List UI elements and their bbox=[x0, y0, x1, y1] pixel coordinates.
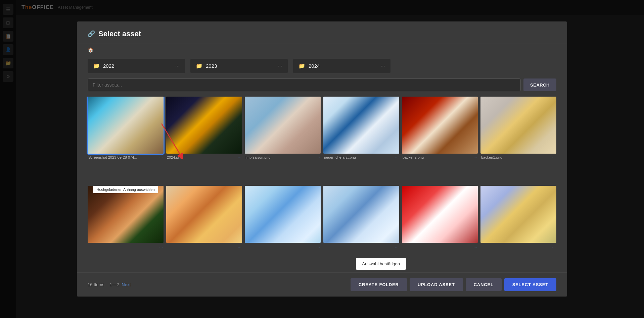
footer-actions: CREATE FOLDER UPLOAD ASSET CANCEL SELECT… bbox=[351, 278, 556, 291]
asset-item-0[interactable]: Screenshot 2023-09-28 074... ··· Hochgel… bbox=[88, 97, 164, 183]
asset-item-4[interactable]: backen2.png ··· bbox=[402, 97, 478, 183]
asset-item-1[interactable]: 2024.png ··· bbox=[166, 97, 242, 183]
asset-thumb-3 bbox=[323, 97, 399, 154]
search-input[interactable] bbox=[88, 78, 521, 91]
create-folder-button[interactable]: CREATE FOLDER bbox=[351, 278, 407, 291]
asset-item-3[interactable]: neuer_chefarzt.png ··· bbox=[323, 97, 399, 183]
asset-thumb-6 bbox=[88, 186, 164, 243]
folder-icon-2022: 📁 bbox=[93, 63, 100, 69]
asset-more-5[interactable]: ··· bbox=[551, 155, 556, 160]
asset-item-7[interactable]: ··· bbox=[166, 186, 242, 272]
footer-info: 16 Items 1—2 Next bbox=[88, 282, 131, 287]
folder-card-2023[interactable]: 📁 2023 ··· bbox=[190, 59, 288, 73]
asset-thumb-4 bbox=[402, 97, 478, 154]
folder-icon-2023: 📁 bbox=[196, 63, 202, 69]
asset-item-11[interactable]: ··· bbox=[480, 186, 556, 272]
asset-more-7[interactable]: ··· bbox=[236, 244, 241, 249]
asset-item-9[interactable]: ··· bbox=[323, 186, 399, 272]
asset-more-10[interactable]: ··· bbox=[472, 244, 477, 249]
asset-more-9[interactable]: ··· bbox=[394, 244, 399, 249]
folder-name-2023: 2023 bbox=[206, 63, 275, 69]
asset-label-3: neuer_chefarzt.png ··· bbox=[323, 154, 399, 160]
asset-label-5: backen1.png ··· bbox=[480, 154, 556, 160]
asset-more-1[interactable]: ··· bbox=[236, 155, 241, 160]
asset-thumb-8 bbox=[245, 186, 321, 243]
home-icon[interactable]: 🏠 bbox=[88, 47, 93, 53]
modal-title: Select asset bbox=[98, 30, 141, 38]
search-button[interactable]: SEARCH bbox=[523, 78, 556, 91]
asset-thumb-5 bbox=[480, 97, 556, 154]
pagination: 1—2 Next bbox=[110, 282, 131, 287]
asset-label-6: ··· bbox=[88, 243, 164, 249]
asset-item-6[interactable]: ··· bbox=[88, 186, 164, 272]
folder-icon-2024: 📁 bbox=[298, 63, 305, 69]
asset-thumb-9 bbox=[323, 186, 399, 243]
asset-thumb-10 bbox=[402, 186, 478, 243]
asset-label-9: ··· bbox=[323, 243, 399, 249]
asset-name-4: backen2.png bbox=[403, 155, 472, 159]
link-icon: 🔗 bbox=[88, 30, 95, 38]
folder-card-2022[interactable]: 📁 2022 ··· bbox=[88, 59, 185, 73]
asset-name-5: backen1.png bbox=[481, 155, 551, 159]
asset-label-8: ··· bbox=[245, 243, 321, 249]
folder-name-2022: 2022 bbox=[103, 63, 172, 69]
select-asset-button[interactable]: SELECT ASSET bbox=[504, 278, 556, 291]
folder-more-2022[interactable]: ··· bbox=[175, 63, 180, 69]
modal-header: 🔗 Select asset bbox=[77, 21, 567, 44]
asset-more-6[interactable]: ··· bbox=[158, 244, 163, 249]
next-page-link[interactable]: Next bbox=[122, 282, 131, 287]
cancel-button[interactable]: CANCEL bbox=[466, 278, 502, 291]
folder-more-2024[interactable]: ··· bbox=[381, 63, 385, 69]
asset-thumb-7 bbox=[166, 186, 242, 243]
asset-more-3[interactable]: ··· bbox=[394, 155, 399, 160]
asset-more-4[interactable]: ··· bbox=[472, 155, 477, 160]
asset-label-1: 2024.png ··· bbox=[166, 154, 242, 160]
breadcrumb: 🏠 bbox=[77, 44, 567, 56]
page-range: 1—2 bbox=[110, 282, 119, 287]
asset-item-10[interactable]: ··· bbox=[402, 186, 478, 272]
asset-name-2: Impfsaison.png bbox=[245, 155, 315, 159]
asset-thumb-0 bbox=[88, 97, 164, 154]
asset-label-11: ··· bbox=[480, 243, 556, 249]
folder-card-2024[interactable]: 📁 2024 ··· bbox=[293, 59, 390, 73]
asset-name-0: Screenshot 2023-09-28 074... bbox=[88, 155, 158, 159]
asset-thumb-1 bbox=[166, 97, 242, 154]
upload-asset-button[interactable]: UPLOAD ASSET bbox=[410, 278, 463, 291]
asset-thumb-2 bbox=[245, 97, 321, 154]
asset-label-2: Impfsaison.png ··· bbox=[245, 154, 321, 160]
folders-row: 📁 2022 ··· 📁 2023 ··· 📁 2024 ··· bbox=[77, 56, 567, 78]
asset-label-10: ··· bbox=[402, 243, 478, 249]
search-bar: SEARCH bbox=[77, 78, 567, 97]
asset-name-1: 2024.png bbox=[167, 155, 236, 159]
asset-more-11[interactable]: ··· bbox=[551, 244, 556, 249]
asset-label-0: Screenshot 2023-09-28 074... ··· bbox=[88, 154, 164, 160]
asset-more-2[interactable]: ··· bbox=[315, 155, 320, 160]
asset-more-8[interactable]: ··· bbox=[315, 244, 320, 249]
folder-more-2023[interactable]: ··· bbox=[278, 63, 282, 69]
asset-label-4: backen2.png ··· bbox=[402, 154, 478, 160]
folder-name-2024: 2024 bbox=[309, 63, 377, 69]
asset-item-5[interactable]: backen1.png ··· bbox=[480, 97, 556, 183]
items-count: 16 Items bbox=[88, 282, 104, 287]
asset-more-0[interactable]: ··· bbox=[158, 155, 163, 160]
asset-item-2[interactable]: Impfsaison.png ··· bbox=[245, 97, 321, 183]
select-asset-modal: 🔗 Select asset 🏠 📁 2022 ··· 📁 2023 ··· 📁… bbox=[77, 21, 567, 297]
asset-name-3: neuer_chefarzt.png bbox=[324, 155, 394, 159]
asset-label-7: ··· bbox=[166, 243, 242, 249]
asset-thumb-11 bbox=[480, 186, 556, 243]
modal-footer: 16 Items 1—2 Next CREATE FOLDER UPLOAD A… bbox=[77, 272, 567, 297]
asset-grid: Screenshot 2023-09-28 074... ··· Hochgel… bbox=[77, 97, 567, 272]
asset-item-8[interactable]: ··· bbox=[245, 186, 321, 272]
